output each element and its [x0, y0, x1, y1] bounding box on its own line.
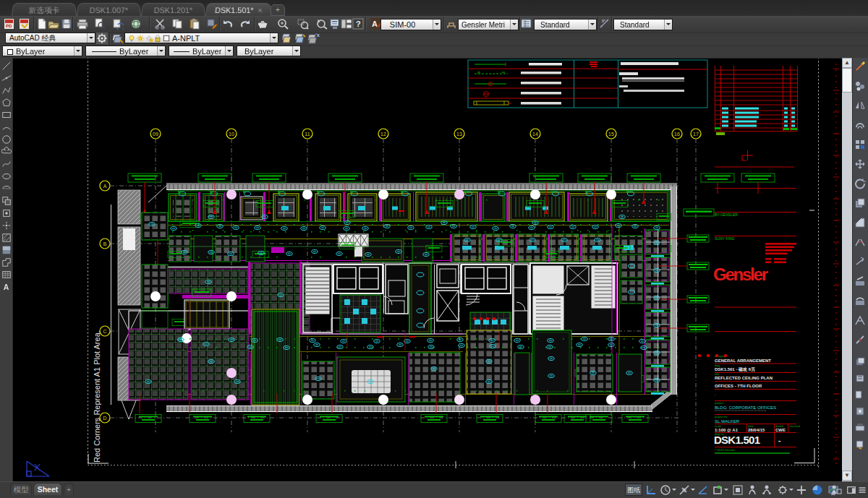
- svg-text:checked: checked: [789, 424, 800, 428]
- svg-text:project: project: [715, 401, 724, 405]
- svg-text:A: A: [103, 184, 107, 189]
- svg-text:11: 11: [305, 132, 310, 137]
- svg-text:PD: PD: [6, 24, 12, 28]
- svg-text:C: C: [103, 329, 106, 334]
- svg-text:SUNY KING: SUNY KING: [715, 236, 735, 241]
- svg-text:DSK1.501: DSK1.501: [714, 434, 760, 446]
- svg-text:D: D: [103, 416, 106, 421]
- svg-text:09: 09: [153, 132, 158, 137]
- svg-text:SL.WALKER: SL.WALKER: [715, 419, 740, 424]
- svg-text:?: ?: [356, 20, 361, 28]
- svg-text:Gensler: Gensler: [713, 265, 768, 284]
- svg-text:Red Corners Represent A1 Plot: Red Corners Represent A1 Plot Area.: [93, 330, 101, 463]
- svg-text:project no: project no: [715, 415, 728, 418]
- svg-text:16: 16: [674, 132, 680, 137]
- svg-text:© 2015 Gensler: © 2015 Gensler: [715, 448, 736, 452]
- svg-text:A: A: [372, 20, 378, 28]
- svg-text:GENERAL ARRANGEMENT: GENERAL ARRANGEMENT: [715, 359, 771, 363]
- svg-text:17: 17: [693, 132, 699, 137]
- svg-text:15: 15: [608, 132, 614, 137]
- svg-text:10: 10: [229, 132, 234, 137]
- svg-text:14: 14: [532, 132, 538, 137]
- svg-text:B: B: [103, 241, 107, 246]
- svg-text:CWE: CWE: [775, 428, 786, 432]
- svg-text:DSK1.501 - 磁改 6另: DSK1.501 - 磁改 6另: [715, 366, 755, 372]
- svg-text:13: 13: [456, 132, 462, 137]
- svg-text:BLDG: CORPORATE OFFICES: BLDG: CORPORATE OFFICES: [715, 405, 776, 410]
- svg-text:.: .: [715, 392, 715, 396]
- svg-text:REFLECTED CEILING PLAN: REFLECTED CEILING PLAN: [715, 376, 773, 380]
- svg-text:BY GENSLER: BY GENSLER: [715, 212, 738, 217]
- svg-text:A: A: [4, 283, 9, 291]
- svg-text:OFFICES - 7TH FLOOR: OFFICES - 7TH FLOOR: [715, 384, 762, 388]
- svg-text:-: -: [778, 437, 780, 445]
- svg-text:28/04/15: 28/04/15: [748, 428, 765, 432]
- svg-text:12: 12: [380, 132, 386, 137]
